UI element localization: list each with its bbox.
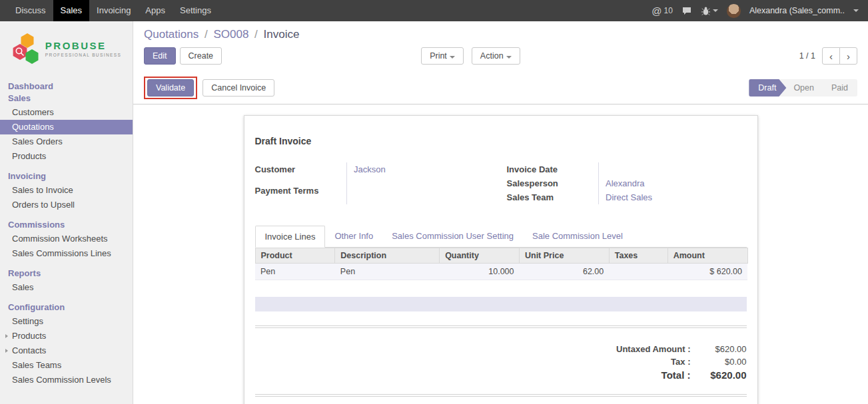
logo-title: PROBUSE (45, 40, 121, 51)
cell-description: Pen (335, 264, 440, 280)
tab-invoice-lines[interactable]: Invoice Lines (255, 226, 326, 248)
tax-value: $0.00 (691, 357, 747, 367)
total-value: $620.00 (691, 369, 747, 381)
action-dropdown-button[interactable]: Action (472, 47, 520, 65)
top-menu-settings[interactable]: Settings (173, 0, 218, 21)
sidebar-item-config-contacts[interactable]: Contacts (0, 343, 133, 358)
sidebar-item-customers[interactable]: Customers (0, 105, 133, 120)
edit-button[interactable]: Edit (144, 47, 176, 65)
chevron-down-icon (853, 9, 859, 12)
payment-terms-label: Payment Terms (255, 184, 347, 205)
column-header-product[interactable]: Product (255, 248, 335, 264)
control-panel: Quotations / SO008 / Invoice Edit Create… (133, 21, 868, 73)
column-header-quantity[interactable]: Quantity (440, 248, 520, 264)
top-menu-bar: Discuss Sales Invoicing Apps Settings (0, 0, 218, 21)
untaxed-amount-value: $620.00 (691, 344, 747, 354)
sidebar-item-reports-sales[interactable]: Sales (0, 280, 133, 295)
statusbar-buttons: Validate Cancel Invoice (144, 77, 274, 99)
column-header-taxes[interactable]: Taxes (609, 248, 667, 264)
breadcrumb-current: Invoice (264, 28, 300, 41)
table-row[interactable]: Pen Pen 10.000 62.00 $ 620.00 (255, 264, 747, 280)
total-label: Total : (584, 369, 691, 381)
top-menu-apps[interactable]: Apps (138, 0, 173, 21)
messages-icon[interactable] (681, 5, 692, 16)
breadcrumb-separator: / (202, 28, 211, 41)
sidebar-item-sales-orders[interactable]: Sales Orders (0, 134, 133, 149)
tab-sale-commission-level[interactable]: Sale Commission Level (523, 226, 632, 247)
print-label: Print (430, 51, 447, 61)
probuse-logo: PROBUSE PROFESSIONAL BUSINESS (0, 21, 133, 79)
sidebar-group-dashboard: Dashboard Sales Customers Quotations Sal… (0, 79, 133, 164)
pager-previous-button[interactable]: ‹ (822, 47, 840, 65)
sidebar-heading-commissions[interactable]: Commissions (0, 217, 133, 232)
pager-buttons: ‹› (822, 47, 857, 65)
print-dropdown-button[interactable]: Print (421, 47, 464, 65)
salesperson-label: Salesperson (507, 176, 599, 190)
sidebar-item-sales-root[interactable]: Sales (0, 93, 133, 105)
breadcrumb-so008[interactable]: SO008 (213, 28, 248, 41)
sidebar-item-config-products[interactable]: Products (0, 329, 133, 343)
sidebar-item-sales-to-invoice[interactable]: Sales to Invoice (0, 183, 133, 198)
sidebar-item-sales-commissions-lines[interactable]: Sales Commissions Lines (0, 246, 133, 261)
action-buttons-group: Print Action (421, 47, 520, 65)
top-menu-discuss[interactable]: Discuss (8, 0, 53, 21)
sidebar-item-quotations[interactable]: Quotations (0, 120, 133, 134)
field-group-right: Invoice Date Salesperson Alexandra Sales… (507, 162, 747, 204)
pager-next-button[interactable]: › (839, 47, 857, 65)
sidebar-item-sales-teams[interactable]: Sales Teams (0, 358, 133, 373)
mentions-button[interactable]: @ 10 (651, 5, 673, 17)
tax-label: Tax : (584, 357, 691, 367)
sidebar-group-commissions: Commissions Commission Worksheets Sales … (0, 217, 133, 261)
invoice-lines-table: Product Description Quantity Unit Price … (255, 248, 748, 280)
sidebar-heading-invoicing[interactable]: Invoicing (0, 168, 133, 183)
sales-team-label: Sales Team (507, 190, 599, 204)
tab-other-info[interactable]: Other Info (325, 226, 382, 247)
main-content: Quotations / SO008 / Invoice Edit Create… (133, 21, 868, 404)
notebook-tabs: Invoice Lines Other Info Sales Commissio… (255, 226, 747, 248)
cell-quantity: 10.000 (440, 264, 520, 280)
breadcrumb-quotations[interactable]: Quotations (144, 28, 199, 41)
chevron-down-icon (713, 9, 718, 12)
sidebar-group-configuration: Configuration Settings Products Contacts… (0, 300, 133, 387)
statusbar: Validate Cancel Invoice Draft Open Paid (133, 73, 868, 104)
column-header-amount[interactable]: Amount (667, 248, 747, 264)
top-menu-invoicing[interactable]: Invoicing (89, 0, 138, 21)
sidebar-item-settings[interactable]: Settings (0, 314, 133, 329)
column-header-unit-price[interactable]: Unit Price (519, 248, 609, 264)
tab-sales-commission-user-setting[interactable]: Sales Commission User Setting (382, 226, 523, 247)
bottom-divider (255, 394, 747, 397)
invoice-sheet: Draft Invoice Customer Jackson Payment T… (244, 115, 758, 404)
sidebar-heading-configuration[interactable]: Configuration (0, 300, 133, 314)
sidebar-group-reports: Reports Sales (0, 266, 133, 295)
user-menu[interactable]: Alexandra (Sales_comm.. (749, 6, 845, 15)
expander-caret-icon (5, 349, 8, 353)
sidebar-item-dashboard[interactable]: Dashboard (0, 79, 133, 93)
debug-menu-button[interactable] (701, 6, 718, 16)
probuse-logo-mark (11, 32, 41, 65)
cell-unit-price: 62.00 (519, 264, 609, 280)
avatar (727, 4, 741, 18)
sidebar-heading-reports[interactable]: Reports (0, 266, 133, 280)
customer-label: Customer (255, 162, 347, 184)
column-header-description[interactable]: Description (335, 248, 440, 264)
bug-icon (701, 6, 711, 16)
topbar-systray: @ 10 Alexandra (Sales_comm.. (651, 0, 868, 21)
sidebar-item-products[interactable]: Products (0, 149, 133, 164)
sidebar-item-orders-to-upsell[interactable]: Orders to Upsell (0, 198, 133, 212)
cancel-invoice-button[interactable]: Cancel Invoice (203, 79, 274, 97)
untaxed-amount-label: Untaxed Amount : (584, 344, 691, 354)
chat-bubble-icon (681, 5, 692, 16)
create-button[interactable]: Create (180, 47, 222, 65)
total-row: Total : $620.00 (584, 368, 747, 382)
form-view-area: Draft Invoice Customer Jackson Payment T… (133, 104, 868, 404)
invoice-totals: Untaxed Amount : $620.00 Tax : $0.00 Tot… (255, 343, 747, 382)
pager-counter[interactable]: 1 / 1 (799, 51, 815, 61)
sidebar-item-commission-worksheets[interactable]: Commission Worksheets (0, 232, 133, 246)
validate-button[interactable]: Validate (147, 79, 194, 97)
logo-subtitle: PROFESSIONAL BUSINESS (45, 53, 121, 57)
chevron-down-icon (506, 56, 512, 59)
sales-team-value: Direct Sales (599, 190, 747, 204)
salesperson-value: Alexandra (599, 176, 747, 190)
top-menu-sales[interactable]: Sales (53, 0, 90, 21)
sidebar-item-sales-commission-levels[interactable]: Sales Commission Levels (0, 373, 133, 387)
